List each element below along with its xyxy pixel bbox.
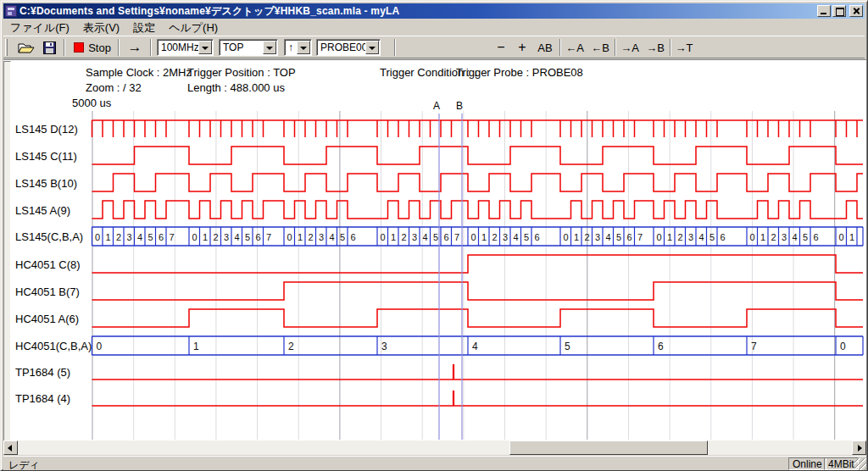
chevron-down-icon: [369, 47, 376, 50]
signal-label[interactable]: TP1684 (4): [15, 392, 70, 405]
open-folder-icon: [18, 41, 35, 54]
goto-trigger-button[interactable]: →T: [673, 38, 695, 57]
zoom-in-button[interactable]: +: [513, 38, 531, 57]
trigger-position-value: TOP: [220, 40, 263, 55]
signal-label[interactable]: HC4051 C(8): [15, 258, 81, 271]
scrollbar-thumb[interactable]: [509, 441, 708, 455]
goto-cursor-b-right-button[interactable]: →B: [643, 38, 667, 57]
status-bar: レディ Online 4MBit: [3, 456, 866, 470]
length-info: Length : 488.000 us: [187, 81, 285, 94]
horizontal-scrollbar[interactable]: [3, 441, 866, 455]
goto-cursor-a-right-button[interactable]: →A: [618, 38, 642, 57]
toolbar-grip: [5, 39, 8, 56]
maximize-button[interactable]: [832, 5, 846, 17]
signal-label[interactable]: HC4051(C,B,A): [15, 340, 92, 352]
trigger-probe-info: Trigger Probe : PROBE08: [456, 66, 583, 79]
dropdown-button[interactable]: [365, 41, 379, 54]
title-bar: C:¥Documents and Settings¥noname¥デスクトップ¥…: [3, 3, 865, 19]
sample-clock-value: 100MHz: [158, 40, 198, 55]
timescale-label: 5000 us: [72, 97, 111, 109]
goto-cursor-a-left-button[interactable]: ←A: [563, 38, 587, 57]
right-arrow-a-label: →A: [620, 42, 639, 54]
zoom-info: Zoom : / 32: [86, 81, 142, 94]
trigger-position-info: Trigger Position : TOP: [187, 66, 296, 79]
goto-cursor-b-left-button[interactable]: ←B: [588, 38, 612, 57]
signal-label[interactable]: HC4051 B(7): [15, 285, 80, 298]
ab-button[interactable]: AB: [533, 38, 557, 57]
toolbar: Stop → 100MHz TOP ↑ PROBE00 − + AB ←A: [3, 36, 865, 58]
dropdown-button[interactable]: [263, 41, 276, 54]
left-arrow-b-label: ←B: [591, 42, 609, 54]
chevron-down-icon: [266, 47, 273, 50]
sample-clock-select[interactable]: 100MHz: [157, 39, 214, 56]
stop-button[interactable]: Stop: [71, 38, 114, 57]
toolbar-separator: [118, 39, 120, 56]
toolbar-separator: [150, 39, 152, 56]
menu-view[interactable]: 表示(V): [76, 19, 126, 36]
trigger-probe-select[interactable]: PROBE00: [316, 39, 381, 56]
resize-grip[interactable]: [854, 458, 866, 470]
menu-bar: ファイル(F) 表示(V) 設定 ヘルプ(H): [3, 19, 865, 36]
trigger-position-select[interactable]: TOP: [219, 39, 278, 56]
open-file-button[interactable]: [15, 38, 37, 57]
signal-label[interactable]: LS145(C,B,A): [15, 230, 83, 243]
chevron-down-icon: [202, 47, 209, 50]
menu-file[interactable]: ファイル(F): [3, 19, 76, 36]
menu-settings[interactable]: 設定: [126, 19, 162, 36]
toolbar-separator: [670, 39, 671, 56]
chevron-down-icon: [300, 47, 307, 50]
minimize-button[interactable]: [817, 5, 831, 17]
plus-icon: +: [518, 40, 526, 55]
trigger-edge-value: ↑: [285, 40, 297, 55]
run-arrow-icon: →: [128, 39, 142, 56]
trigger-edge-select[interactable]: ↑: [284, 39, 312, 56]
status-ready-text: レディ: [8, 458, 40, 471]
scroll-right-button[interactable]: [852, 441, 866, 455]
window-title: C:¥Documents and Settings¥noname¥デスクトップ¥…: [19, 4, 399, 19]
dropdown-button[interactable]: [297, 41, 310, 54]
app-icon: [5, 5, 17, 17]
app-window: C:¥Documents and Settings¥noname¥デスクトップ¥…: [0, 0, 868, 471]
left-arrow-icon: [8, 445, 12, 452]
toolbar-separator: [64, 39, 65, 56]
save-button[interactable]: [39, 38, 59, 57]
right-arrow-b-label: →B: [646, 42, 665, 54]
dropdown-button[interactable]: [198, 41, 212, 54]
status-online-badge: Online: [788, 457, 826, 470]
scroll-left-button[interactable]: [3, 441, 18, 455]
vertical-scrollbar[interactable]: [3, 61, 11, 441]
status-memory-badge: 4MBit: [824, 457, 859, 470]
minus-icon: −: [497, 40, 504, 55]
save-floppy-icon: [43, 42, 56, 54]
stop-label: Stop: [88, 42, 111, 54]
right-arrow-t-label: →T: [676, 42, 693, 54]
signal-label[interactable]: LS145 A(9): [15, 204, 70, 217]
menu-help[interactable]: ヘルプ(H): [162, 19, 225, 36]
signal-label[interactable]: HC4051 A(6): [15, 313, 79, 325]
run-button[interactable]: →: [122, 38, 147, 57]
trigger-probe-value: PROBE00: [317, 40, 365, 55]
ab-label: AB: [537, 42, 552, 54]
toolbar-separator: [559, 39, 561, 56]
left-arrow-a-label: ←A: [565, 42, 584, 54]
toolbar-separator: [615, 39, 616, 56]
signal-label[interactable]: TP1684 (5): [15, 366, 70, 379]
signal-label[interactable]: LS145 C(11): [15, 150, 77, 163]
signal-label[interactable]: LS145 B(10): [15, 177, 77, 190]
stop-square-icon: [74, 42, 84, 53]
close-button[interactable]: [849, 5, 863, 17]
zoom-out-button[interactable]: −: [492, 38, 510, 57]
waveform-area[interactable]: Sample Clock : 2MHz Trigger Position : T…: [3, 59, 866, 441]
right-arrow-icon: [858, 445, 862, 452]
toolbar-separator: [394, 39, 396, 56]
signal-label[interactable]: LS145 D(12): [15, 123, 78, 136]
sample-clock-info: Sample Clock : 2MHz: [86, 66, 192, 79]
